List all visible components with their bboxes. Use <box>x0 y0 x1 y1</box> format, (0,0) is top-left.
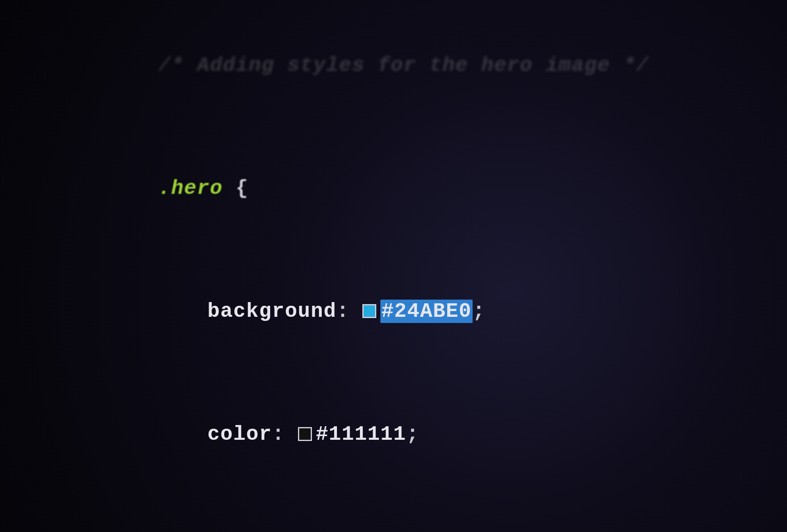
prop-background: background <box>207 300 337 323</box>
code-line-comment: /* Adding styles for the hero image */ <box>107 4 762 127</box>
code-line-color: color: #111111; <box>107 373 762 496</box>
code-line-fontsize: font-size: 60px; <box>107 496 762 532</box>
color-swatch-icon <box>362 304 376 318</box>
code-line-background: background: #24ABE0; <box>107 250 762 373</box>
css-comment: /* Adding styles for the hero image */ <box>158 54 649 77</box>
prop-color: color <box>207 423 272 446</box>
hex-value-color: #111111 <box>316 423 407 446</box>
semicolon: ; <box>473 300 486 323</box>
semicolon: ; <box>406 423 419 446</box>
selector-hero: .hero <box>158 177 223 200</box>
color-swatch-icon <box>298 427 312 441</box>
hex-value-background: #24ABE0 <box>381 300 472 323</box>
colon: : <box>272 423 285 446</box>
open-brace: { <box>236 177 249 200</box>
code-line-selector-hero: .hero { <box>107 127 762 250</box>
selected-text[interactable]: #24ABE0 <box>380 300 473 323</box>
code-editor[interactable]: /* Adding styles for the hero image */ .… <box>107 0 762 532</box>
colon: : <box>337 300 350 323</box>
open-brace <box>223 177 236 200</box>
